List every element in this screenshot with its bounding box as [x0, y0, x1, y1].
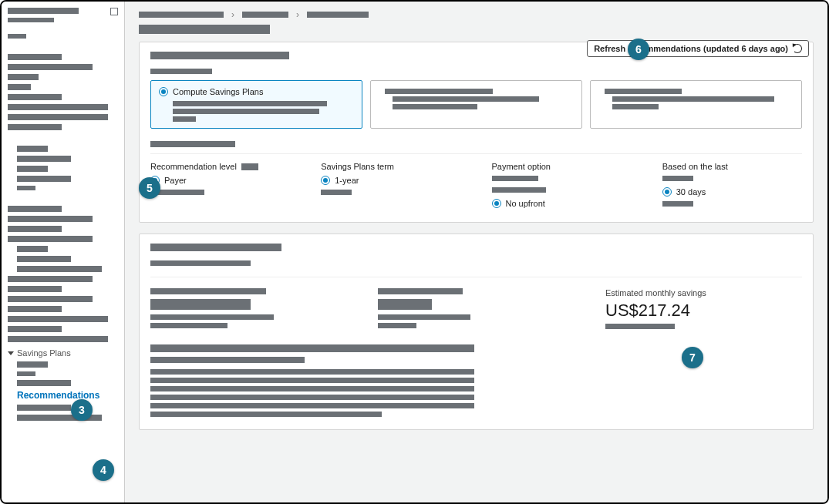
- sidebar-item[interactable]: [17, 146, 48, 152]
- panel-title-placeholder: [150, 244, 281, 251]
- annotation-callout-5: 5: [139, 177, 160, 199]
- sidebar-item[interactable]: [8, 296, 93, 302]
- summary-value-placeholder: [150, 299, 251, 310]
- param-title: Payment option: [492, 162, 551, 171]
- radio-option-30days[interactable]: 30 days: [662, 187, 802, 197]
- plan-card-desc: [612, 104, 659, 109]
- sidebar-item[interactable]: [8, 124, 62, 130]
- radio-label: No upfront: [506, 199, 545, 208]
- breadcrumb-separator-icon: ›: [296, 9, 299, 20]
- param-term: Savings Plans term 1-year: [321, 162, 460, 213]
- plan-card-desc: [393, 104, 477, 109]
- sidebar-item[interactable]: [17, 166, 48, 172]
- annotation-callout-4: 4: [93, 459, 114, 481]
- breadcrumb-item[interactable]: [307, 12, 369, 18]
- sidebar-item[interactable]: [8, 34, 26, 39]
- plan-card-desc: [173, 109, 319, 114]
- param-title: Savings Plans term: [321, 162, 394, 171]
- sidebar-item[interactable]: [17, 256, 71, 262]
- panel-title-placeholder: [150, 52, 289, 59]
- sidebar-item[interactable]: [17, 176, 71, 182]
- radio-label: 30 days: [676, 187, 706, 197]
- radio-option-placeholder[interactable]: [492, 176, 538, 181]
- summary-desc-placeholder: [150, 323, 227, 328]
- summary-col-savings: Estimated monthly savings US$217.24: [605, 288, 802, 329]
- sidebar-item[interactable]: [8, 306, 62, 312]
- radio-option-placeholder[interactable]: [321, 190, 352, 195]
- param-based-on: Based on the last 30 days: [662, 162, 802, 213]
- sidebar-item[interactable]: [17, 361, 48, 368]
- radio-label: 1-year: [335, 176, 359, 185]
- radio-icon: [662, 187, 672, 197]
- annotation-callout-7: 7: [682, 347, 703, 368]
- sidebar-item[interactable]: [8, 114, 108, 120]
- plan-card-title-placeholder: [605, 89, 682, 94]
- plan-card-desc: [612, 96, 774, 102]
- sidebar-item[interactable]: [8, 236, 93, 242]
- breadcrumb-item[interactable]: [139, 12, 224, 18]
- plan-card-compute[interactable]: Compute Savings Plans: [150, 80, 362, 129]
- summary-desc-placeholder: [378, 314, 470, 320]
- sidebar-item[interactable]: [8, 94, 62, 100]
- sidebar-item[interactable]: [8, 54, 62, 60]
- sidebar-item[interactable]: [17, 186, 35, 190]
- sidebar-item[interactable]: [17, 380, 71, 386]
- sidebar-item[interactable]: [8, 316, 108, 322]
- radio-option-placeholder[interactable]: [662, 201, 693, 207]
- refresh-recommendations-button[interactable]: Refresh recommendations (updated 6 days …: [587, 40, 809, 57]
- sidebar-item[interactable]: [8, 336, 108, 342]
- sidebar-item[interactable]: [17, 371, 35, 376]
- radio-label: Payer: [164, 176, 187, 185]
- plan-card-desc: [173, 101, 327, 106]
- chevron-down-icon: [8, 351, 14, 355]
- sidebar-section-label: Savings Plans: [17, 348, 71, 358]
- sidebar-item[interactable]: [8, 216, 93, 222]
- panel-subtitle-placeholder: [150, 69, 212, 74]
- plan-card-title-placeholder: [385, 89, 493, 94]
- radio-icon: [321, 176, 330, 185]
- sidebar-item[interactable]: [8, 276, 93, 282]
- refresh-button-label: Refresh recommendations (updated 6 days …: [594, 44, 788, 53]
- sidebar-item[interactable]: [8, 286, 62, 292]
- plan-card-desc: [173, 116, 196, 122]
- sidebar-item[interactable]: [17, 405, 71, 411]
- estimated-savings-value: US$217.24: [605, 301, 802, 321]
- radio-option-payer[interactable]: Payer: [150, 176, 290, 185]
- sidebar: Savings Plans Recommendations: [2, 2, 125, 502]
- sidebar-item[interactable]: [17, 266, 102, 272]
- plan-card-option-3[interactable]: [590, 80, 802, 129]
- breadcrumb-item[interactable]: [242, 12, 288, 18]
- recommendation-parameters-panel: Compute Savings Plans: [139, 42, 814, 223]
- param-recommendation-level: Recommendation level Payer: [150, 162, 290, 213]
- annotation-callout-3: 3: [71, 399, 93, 421]
- sidebar-collapse-icon[interactable]: [110, 8, 118, 15]
- sidebar-item[interactable]: [8, 226, 62, 232]
- sidebar-item[interactable]: [8, 84, 31, 90]
- main-content: › › Refresh recommendations (updated 6 d…: [125, 2, 827, 502]
- summary-desc-placeholder: [150, 314, 274, 320]
- sidebar-subtitle-placeholder: [8, 18, 54, 22]
- summary-col-2: [378, 288, 575, 329]
- sidebar-section-savings-plans[interactable]: Savings Plans: [8, 348, 118, 358]
- sidebar-item[interactable]: [8, 74, 39, 80]
- sidebar-item[interactable]: [8, 326, 62, 332]
- page-title-placeholder: [139, 25, 270, 34]
- breadcrumb: › ›: [139, 9, 814, 20]
- estimated-savings-label: Estimated monthly savings: [605, 288, 802, 297]
- plan-card-desc: [393, 96, 539, 102]
- summary-label-placeholder: [378, 288, 463, 294]
- details-block: [150, 344, 802, 417]
- sidebar-item[interactable]: [8, 64, 93, 70]
- sidebar-item[interactable]: [17, 156, 71, 162]
- radio-option-1year[interactable]: 1-year: [321, 176, 460, 185]
- radio-option-placeholder[interactable]: [492, 187, 546, 193]
- plan-card-option-2[interactable]: [370, 80, 582, 129]
- radio-option-no-upfront[interactable]: No upfront: [492, 199, 632, 208]
- sidebar-item[interactable]: [8, 206, 62, 212]
- sidebar-item-recommendations[interactable]: Recommendations: [17, 390, 118, 401]
- sidebar-item[interactable]: [17, 246, 48, 252]
- parameters-section-placeholder: [150, 141, 235, 147]
- annotation-callout-6: 6: [628, 39, 649, 60]
- radio-option-placeholder[interactable]: [662, 176, 693, 181]
- sidebar-item[interactable]: [8, 104, 108, 110]
